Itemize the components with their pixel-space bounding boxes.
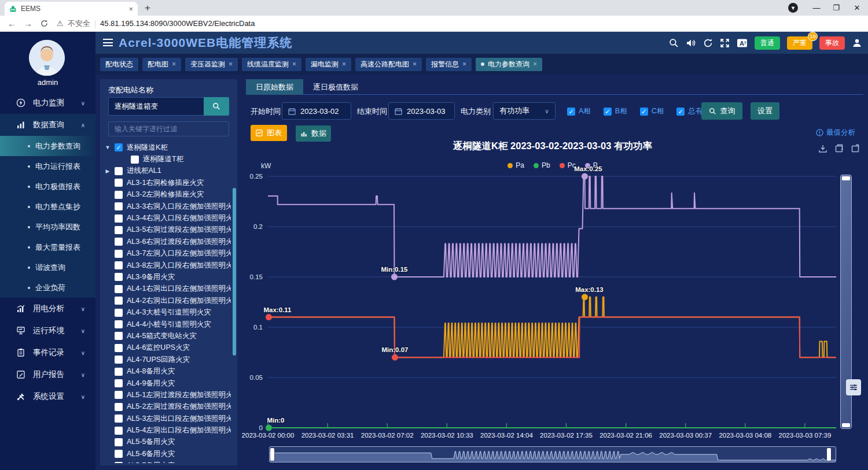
tree-checkbox[interactable] <box>115 368 123 376</box>
tree-filter-input[interactable]: 输入关键字进行过滤 <box>108 121 229 136</box>
tree-scrollbar[interactable] <box>233 188 236 356</box>
fullscreen-icon[interactable] <box>720 38 730 48</box>
nav-tab-4[interactable]: 漏电监测× <box>306 58 351 71</box>
sidebar-subitem-企业负荷[interactable]: 企业负荷 <box>0 277 95 298</box>
tree-checkbox[interactable]: ✓ <box>115 143 123 151</box>
restore-icon[interactable] <box>851 144 860 153</box>
close-icon[interactable]: × <box>292 60 296 68</box>
tree-checkbox[interactable] <box>115 273 123 281</box>
browser-update-icon[interactable]: ▼ <box>788 3 798 13</box>
tab-daily-extreme-data[interactable]: 逐日极值数据 <box>303 79 368 95</box>
alarm-badge-normal[interactable]: 普通 <box>755 36 780 50</box>
tree-item-15[interactable]: AL4-4小桩号引道照明火灾 <box>105 319 231 330</box>
datazoom-slider[interactable] <box>269 446 836 462</box>
avatar[interactable] <box>29 40 65 76</box>
window-restore-button[interactable]: ❐ <box>826 0 846 15</box>
power-type-select[interactable]: 有功功率 ∨ <box>493 102 556 120</box>
alarm-badge-accident[interactable]: 事故 <box>819 36 845 50</box>
tree-item-26[interactable]: AL5-6备用火灾 <box>105 448 231 460</box>
tree-item-22[interactable]: AL5-2左洞过渡段右侧加强照明火灾 <box>105 401 231 413</box>
chart-view-button[interactable]: 图表 <box>251 125 287 141</box>
chart-plot[interactable]: 00.050.10.150.20.252023-03-02 00:002023-… <box>266 173 839 442</box>
tree-checkbox[interactable] <box>115 309 123 317</box>
tree-checkbox[interactable] <box>115 297 123 305</box>
reload-icon[interactable] <box>40 19 49 28</box>
station-input[interactable]: 逐桐隧道箱变 <box>108 97 204 116</box>
tree-checkbox[interactable] <box>115 238 123 246</box>
tree-item-19[interactable]: AL4-8备用火灾 <box>105 365 231 377</box>
tree-item-16[interactable]: AL4-5箱式变电站火灾 <box>105 330 231 342</box>
tree-checkbox[interactable] <box>115 462 123 463</box>
sidebar-item-10[interactable]: 用电分析∨ <box>0 298 95 320</box>
tree-checkbox[interactable] <box>115 403 123 411</box>
datazoom-left-handle[interactable] <box>270 448 274 461</box>
tree-caret-icon[interactable]: ▼ <box>105 145 111 150</box>
close-icon[interactable]: × <box>462 60 466 68</box>
tree-checkbox[interactable] <box>115 332 123 340</box>
tree-item-7[interactable]: AL3-5右洞过渡段左侧加强照明火灾 <box>105 224 231 236</box>
datazoom-right-handle[interactable] <box>827 448 831 461</box>
tree-item-21[interactable]: AL5-1左洞过渡段左侧加强照明火灾 <box>105 389 231 401</box>
browser-tab[interactable]: EEMS × <box>5 2 138 16</box>
filter-settings-button[interactable] <box>846 379 861 395</box>
tree-item-0[interactable]: ▼✓逐桐隧道K柜 <box>105 142 231 153</box>
tree-item-13[interactable]: AL4-2右洞出口段右侧加强照明火灾 <box>105 295 231 306</box>
tree-checkbox[interactable] <box>115 179 123 187</box>
tree-checkbox[interactable] <box>115 285 123 293</box>
sidebar-subitem-平均功率因数[interactable]: 平均功率因数 <box>0 217 95 237</box>
tree-checkbox[interactable] <box>115 250 123 258</box>
close-icon[interactable]: × <box>229 60 233 68</box>
vertical-datazoom-top-handle[interactable] <box>842 176 850 180</box>
close-icon[interactable]: × <box>533 60 537 68</box>
legend-item-Pb[interactable]: Pb <box>534 161 550 169</box>
window-close-button[interactable]: ✕ <box>847 0 867 15</box>
tree-checkbox[interactable] <box>131 156 139 164</box>
new-tab-button[interactable]: + <box>145 2 150 14</box>
close-icon[interactable]: × <box>172 60 176 68</box>
extreme-analysis-link[interactable]: 最值分析 <box>816 128 855 138</box>
checkbox-icon[interactable]: ✓ <box>567 108 575 116</box>
checkbox-icon[interactable]: ✓ <box>604 108 612 116</box>
tree-checkbox[interactable] <box>115 450 123 458</box>
tree-checkbox[interactable] <box>115 438 123 446</box>
nav-tab-3[interactable]: 线缆温度监测× <box>242 58 301 71</box>
tree-checkbox[interactable] <box>115 320 123 328</box>
station-search-button[interactable] <box>204 97 229 116</box>
query-button[interactable]: 查询 <box>701 102 742 120</box>
url-text[interactable]: 45.81.195.134:8090/3000WEBV2/ElectricDat… <box>100 19 255 28</box>
tab-close-icon[interactable]: × <box>128 5 133 13</box>
sidebar-subitem-电力极值报表[interactable]: 电力极值报表 <box>0 176 95 197</box>
tree-item-8[interactable]: AL3-6右洞过渡段右侧加强照明火灾 <box>105 236 231 247</box>
tree-item-23[interactable]: AL5-3左洞出口段左侧加强照明火灾 <box>105 413 231 424</box>
sidebar-item-14[interactable]: 系统设置∨ <box>0 386 95 408</box>
nav-tab-5[interactable]: 高速公路配电图× <box>355 58 422 71</box>
tree-item-10[interactable]: AL3-8左洞入口段右侧加强照明火灾 <box>105 260 231 271</box>
tree-checkbox[interactable] <box>115 191 123 199</box>
tree-checkbox[interactable] <box>115 167 123 175</box>
nav-tab-1[interactable]: 配电图× <box>142 58 181 71</box>
legend-item-Pa[interactable]: Pa <box>507 161 524 169</box>
close-icon[interactable]: × <box>342 60 346 68</box>
sidebar-subitem-最大需量报表[interactable]: 最大需量报表 <box>0 237 95 257</box>
tree-item-17[interactable]: AL4-6监控UPS火灾 <box>105 342 231 354</box>
phase-checkbox-C相[interactable]: ✓C相 <box>640 106 664 116</box>
tree-item-11[interactable]: AL3-9备用火灾 <box>105 271 231 283</box>
sidebar-item-0[interactable]: 电力监测∨ <box>0 92 95 114</box>
tree-checkbox[interactable] <box>115 344 123 352</box>
settings-button[interactable]: 设置 <box>751 102 779 120</box>
speaker-icon[interactable] <box>686 38 696 48</box>
tree-item-4[interactable]: AL3-2左洞检修插座火灾 <box>105 189 231 201</box>
download-icon[interactable] <box>818 144 827 153</box>
data-view-icon[interactable] <box>834 144 844 153</box>
refresh-icon[interactable] <box>703 38 713 48</box>
translate-icon[interactable]: A文 <box>737 38 748 48</box>
tree-item-1[interactable]: 逐桐隧道T柜 <box>105 153 231 165</box>
user-icon[interactable] <box>852 38 862 48</box>
window-minimize-button[interactable]: — <box>807 0 826 15</box>
tree-checkbox[interactable] <box>115 391 123 399</box>
tree-checkbox[interactable] <box>115 202 123 210</box>
nav-tab-6[interactable]: 报警信息× <box>426 58 472 71</box>
tree-item-20[interactable]: AL4-9备用火灾 <box>105 378 231 389</box>
tree-checkbox[interactable] <box>115 214 123 223</box>
phase-checkbox-B相[interactable]: ✓B相 <box>604 106 627 116</box>
